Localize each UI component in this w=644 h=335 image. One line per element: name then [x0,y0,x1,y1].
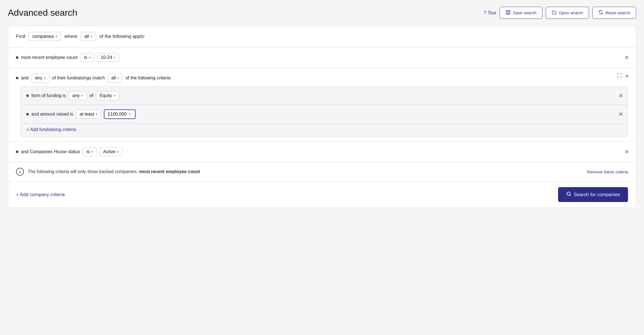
remove-form-funding-button[interactable]: ✕ [618,93,623,98]
companies-house-label: and Companies House status [21,149,80,154]
funding-any-chevron: ▾ [81,94,83,98]
funding-any-select[interactable]: any ▾ [69,91,87,100]
fundraising-any-chevron: ▾ [44,76,46,80]
bullet-icon [16,151,18,153]
funding-type-select[interactable]: Equity ▾ [96,91,119,100]
amount-raised-label: and amount raised is [31,112,73,117]
question-icon: ? [484,10,486,15]
status-operator-value: is [86,149,90,154]
fundraising-any-value: any [35,75,42,81]
fundraisings-suffix-label: of the following criteria: [125,75,172,81]
add-company-label: + Add company criteria [16,192,65,198]
amount-value: £100,000 [108,112,127,117]
bullet-icon [26,113,29,115]
remove-amount-raised-button[interactable]: ✕ [618,111,623,117]
funding-type-value: Equity [100,93,112,98]
expand-fundraising-button[interactable] [617,73,622,79]
entity-chevron: ▾ [56,35,57,38]
page-title: Advanced search [8,8,77,18]
fundraising-all-value: all [111,75,116,81]
status-operator-select[interactable]: is ▾ [83,147,97,156]
svg-rect-1 [507,13,510,14]
status-value: Active [103,149,115,154]
employee-value-select[interactable]: 10-24 ▾ [97,53,119,62]
funding-type-chevron: ▾ [114,94,115,98]
tour-label: Tour [488,10,496,15]
fundraisings-block: and any ▾ of their fundraisings match al… [8,68,636,142]
employee-operator-value: is [84,55,87,60]
employee-operator-select[interactable]: is ▾ [80,53,94,62]
and-label: and [21,75,29,81]
fundraising-header-actions: ✕ [617,73,629,79]
search-button-label: Search for companies [574,192,620,198]
folder-icon [552,10,557,16]
fundraisings-middle-label: of their fundraisings match [52,75,105,81]
save-icon [506,10,511,16]
bullet-icon [16,77,18,79]
reset-search-button[interactable]: Reset search [592,7,636,19]
open-search-button[interactable]: Open search [546,7,589,19]
fundraising-all-select[interactable]: all ▾ [108,74,123,82]
remove-status-button[interactable]: ✕ [624,149,629,155]
condition-chevron: ▾ [91,35,92,38]
of-label: of [90,93,93,98]
employee-val-chevron: ▾ [114,56,115,59]
condition-value: all [85,34,89,39]
status-value-select[interactable]: Active ▾ [99,147,122,156]
open-search-label: Open search [559,10,583,15]
info-icon: i [16,168,24,176]
main-card: Find companies ▾ where all ▾ of the foll… [8,26,636,208]
info-row: i The following criteria will only show … [8,162,636,182]
fundraising-any-select[interactable]: any ▾ [31,74,49,82]
apply-label: of the following apply: [99,34,145,39]
search-for-companies-button[interactable]: Search for companies [558,187,628,202]
find-row: Find companies ▾ where all ▾ of the foll… [8,26,636,47]
companies-house-status-row: and Companies House status is ▾ Active ▾… [8,142,636,162]
fundraising-criteria-container: form of funding is any ▾ of Equity ▾ ✕ a… [20,86,628,137]
add-fundraising-row: + Add fundraising criteria [21,124,628,137]
funding-any-value: any [72,93,80,98]
status-val-chevron: ▾ [117,150,119,154]
fundraising-all-chevron: ▾ [117,76,119,80]
add-fundraising-label: + Add fundraising criteria [26,127,76,132]
edit-amount-icon[interactable]: ✎ [128,112,132,116]
amount-operator-select[interactable]: at least ▾ [76,110,101,119]
status-op-chevron: ▾ [91,150,93,154]
info-text-prefix: The following criteria will only show tr… [28,169,138,174]
svg-point-2 [567,192,570,195]
amount-value-display: £100,000 ✎ [104,109,136,119]
employee-count-row: most recent employee count is ▾ 10-24 ▾ … [8,47,636,68]
find-label: Find [16,34,25,39]
amount-op-chevron: ▾ [96,113,97,116]
save-search-button[interactable]: Save search [500,7,542,19]
fundraisings-header: and any ▾ of their fundraisings match al… [8,68,636,86]
bottom-row: + Add company criteria Search for compan… [8,182,636,208]
header-actions: ? Tour Save search Open search Reset sea… [484,7,636,19]
form-of-funding-row: form of funding is any ▾ of Equity ▾ ✕ [21,87,628,105]
employee-count-label: most recent employee count [21,55,77,60]
search-icon [566,191,572,198]
entity-select[interactable]: companies ▾ [29,32,61,41]
bullet-icon [16,56,18,59]
entity-value: companies [32,34,54,39]
page-header: Advanced search ? Tour Save search Open … [8,7,636,19]
add-company-criteria-button[interactable]: + Add company criteria [16,192,65,198]
amount-raised-row: and amount raised is at least ▾ £100,000… [21,105,628,124]
condition-select[interactable]: all ▾ [81,32,96,41]
bullet-icon [26,95,29,97]
remove-fundraising-button[interactable]: ✕ [625,74,629,79]
add-fundraising-criteria-button[interactable]: + Add fundraising criteria [26,127,76,132]
remove-employee-count-button[interactable]: ✕ [624,55,629,60]
reset-icon [598,10,603,16]
employee-op-chevron: ▾ [89,56,91,59]
where-label: where [64,34,77,39]
svg-rect-0 [506,10,510,14]
tour-button[interactable]: ? Tour [484,10,496,15]
reset-search-label: Reset search [606,10,630,15]
amount-operator-value: at least [80,112,94,117]
employee-value: 10-24 [101,55,112,60]
save-search-label: Save search [513,10,536,15]
remove-these-criteria-button[interactable]: Remove these criteria [587,169,628,174]
info-text: The following criteria will only show tr… [28,169,583,174]
form-of-funding-label: form of funding is [31,93,66,98]
